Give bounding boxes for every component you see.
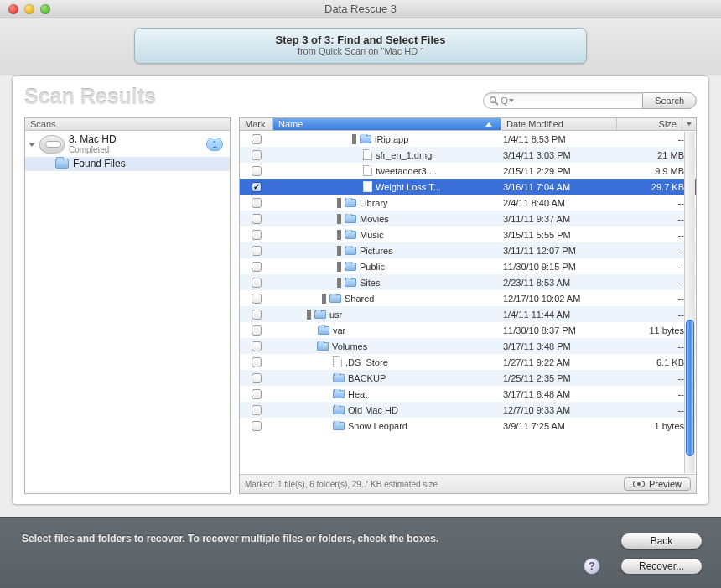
file-name: sfr_en_1.dmg <box>376 150 432 160</box>
folder-icon <box>345 278 356 287</box>
file-name: Pictures <box>360 246 393 256</box>
scan-item[interactable]: 8. Mac HD Completed 1 <box>25 131 230 157</box>
table-row[interactable]: usr1/4/11 11:44 AM-- <box>240 306 696 322</box>
table-row[interactable]: Pictures3/11/11 12:07 PM-- <box>240 242 696 258</box>
search-icon <box>489 96 499 106</box>
back-button[interactable]: Back <box>620 533 703 549</box>
mark-checkbox[interactable] <box>240 278 273 288</box>
disclosure-triangle-icon[interactable] <box>337 262 341 272</box>
mark-checkbox[interactable] <box>240 341 273 351</box>
name-cell: Volumes <box>273 341 503 351</box>
mark-checkbox[interactable] <box>240 405 273 415</box>
file-name: Snow Leopard <box>348 421 407 431</box>
table-row[interactable]: Sites2/23/11 8:53 AM-- <box>240 274 696 290</box>
svg-marker-2 <box>509 99 514 102</box>
drive-icon <box>39 135 65 154</box>
file-name: iRip.app <box>375 134 408 144</box>
name-cell: Music <box>273 230 503 240</box>
mark-checkbox[interactable] <box>240 166 273 176</box>
disclosure-triangle-icon[interactable] <box>337 230 341 240</box>
table-row[interactable]: var11/30/10 8:37 PM11 bytes <box>240 322 696 338</box>
mark-checkbox[interactable] <box>240 182 273 192</box>
table-row[interactable]: BACKUP1/25/11 2:35 PM-- <box>240 370 696 386</box>
file-name: usr <box>329 310 342 320</box>
disclosure-triangle-icon[interactable] <box>29 143 35 147</box>
table-row[interactable]: Music3/15/11 5:55 PM-- <box>240 226 696 242</box>
mark-checkbox[interactable] <box>240 150 273 160</box>
search-button[interactable]: Search <box>642 92 697 109</box>
disclosure-triangle-icon[interactable] <box>337 198 341 208</box>
name-cell: var <box>273 325 503 336</box>
file-size: 21 MB <box>619 150 684 160</box>
preview-button[interactable]: Preview <box>624 477 691 491</box>
folder-icon <box>333 422 345 430</box>
column-date[interactable]: Date Modified <box>501 118 617 130</box>
column-name[interactable]: Name <box>273 118 501 130</box>
scan-badge: 1 <box>206 138 223 151</box>
mark-checkbox[interactable] <box>240 294 273 304</box>
file-name: Library <box>360 198 388 208</box>
table-row[interactable]: .DS_Store1/27/11 9:22 AM6.1 KB <box>240 354 696 370</box>
disclosure-triangle-icon[interactable] <box>337 214 341 224</box>
checkbox-icon <box>252 405 262 415</box>
table-row[interactable]: Old Mac HD12/7/10 9:33 AM-- <box>240 402 696 418</box>
recover-button[interactable]: Recover... <box>620 558 703 575</box>
file-name: Public <box>360 262 385 272</box>
column-size[interactable]: Size <box>617 118 682 130</box>
table-row[interactable]: Public11/30/10 9:15 PM-- <box>240 258 696 274</box>
mark-checkbox[interactable] <box>240 421 273 431</box>
table-row[interactable]: Volumes3/17/11 3:48 PM-- <box>240 338 696 354</box>
checkbox-icon <box>252 325 262 336</box>
mark-checkbox[interactable] <box>240 214 273 224</box>
name-cell: usr <box>273 310 503 320</box>
mark-checkbox[interactable] <box>240 134 273 144</box>
table-row[interactable]: Shared12/17/10 10:02 AM-- <box>240 290 696 306</box>
found-files-item[interactable]: Found Files <box>25 157 230 171</box>
disclosure-triangle-icon[interactable] <box>337 246 341 256</box>
table-row[interactable]: Snow Leopard3/9/11 7:25 AM1 bytes <box>240 418 696 434</box>
checkbox-icon <box>252 150 262 160</box>
mark-checkbox[interactable] <box>240 357 273 367</box>
mark-checkbox[interactable] <box>240 325 273 336</box>
mark-checkbox[interactable] <box>240 373 273 383</box>
help-button[interactable]: ? <box>584 558 600 575</box>
disclosure-triangle-icon[interactable] <box>307 341 314 351</box>
results-panel: Scan Results Q Search Scans 8. Mac HD Co… <box>12 75 709 505</box>
file-size: -- <box>619 294 684 304</box>
table-row[interactable]: tweetadder3....2/15/11 2:29 PM9.9 MB <box>240 163 696 179</box>
file-size: 29.7 KB <box>619 182 684 192</box>
mark-checkbox[interactable] <box>240 389 273 399</box>
scan-status: Completed <box>69 145 202 154</box>
search-bar: Q Search <box>483 92 697 109</box>
disclosure-triangle-icon[interactable] <box>307 310 311 320</box>
mark-checkbox[interactable] <box>240 262 273 272</box>
table-row[interactable]: Library2/4/11 8:40 AM-- <box>240 195 696 211</box>
search-scope-dropdown-icon[interactable] <box>508 97 515 104</box>
mark-checkbox[interactable] <box>240 246 273 256</box>
search-input[interactable] <box>515 96 642 106</box>
disclosure-triangle-icon[interactable] <box>352 134 356 144</box>
date-modified: 12/17/10 10:02 AM <box>503 294 619 304</box>
disclosure-triangle-icon[interactable] <box>322 294 326 304</box>
disclosure-triangle-icon[interactable] <box>337 278 341 288</box>
table-row[interactable]: iRip.app1/4/11 8:53 PM-- <box>240 131 696 147</box>
checkbox-icon <box>252 341 262 351</box>
mark-checkbox[interactable] <box>240 310 273 320</box>
table-row[interactable]: Weight Loss T...3/16/11 7:04 AM29.7 KB <box>240 179 696 195</box>
file-name: Music <box>360 230 384 240</box>
column-menu[interactable] <box>682 118 696 130</box>
table-row[interactable]: Movies3/11/11 9:37 AM-- <box>240 211 696 226</box>
checkbox-icon <box>252 278 262 288</box>
search-field[interactable]: Q <box>483 92 642 109</box>
scrollbar-thumb[interactable] <box>686 320 694 456</box>
column-name-label: Name <box>278 119 303 129</box>
vertical-scrollbar[interactable] <box>684 132 695 473</box>
table-row[interactable]: Heat3/17/11 6:48 AM-- <box>240 386 696 402</box>
column-mark[interactable]: Mark <box>240 118 273 130</box>
checkbox-icon <box>252 198 262 208</box>
mark-checkbox[interactable] <box>240 230 273 240</box>
file-icon <box>363 165 372 176</box>
mark-checkbox[interactable] <box>240 198 273 208</box>
folder-icon <box>345 199 356 207</box>
table-row[interactable]: sfr_en_1.dmg3/14/11 3:03 PM21 MB <box>240 147 696 163</box>
